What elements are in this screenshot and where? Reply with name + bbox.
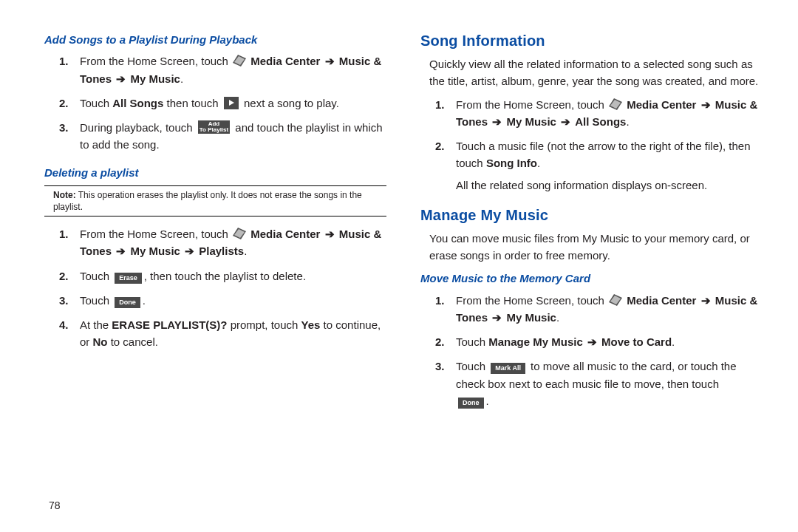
heading-song-information: Song Information	[420, 30, 763, 52]
text-bold: Manage My Music	[488, 335, 583, 348]
path-seg: Playlists	[199, 245, 244, 257]
text: Touch	[80, 270, 112, 282]
text: Touch	[456, 335, 488, 348]
mark-all-icon: Mark All	[491, 363, 525, 374]
path-seg: My Music	[130, 245, 180, 257]
text-bold: Song Info	[486, 157, 537, 169]
page-number: 78	[49, 498, 61, 514]
text-bold: Yes	[301, 318, 321, 331]
text: From the Home Screen, touch	[80, 55, 231, 67]
media-center-icon	[233, 55, 246, 66]
delete-playlist-steps: From the Home Screen, touch Media Center…	[44, 225, 386, 351]
song-info-steps: From the Home Screen, touch Media Center…	[420, 96, 763, 194]
list-item: From the Home Screen, touch Media Center…	[80, 225, 386, 260]
list-item: From the Home Screen, touch Media Center…	[456, 292, 763, 327]
list-item: Touch Mark All to move all music to the …	[456, 358, 763, 409]
text: From the Home Screen, touch	[456, 98, 607, 111]
manual-page: Add Songs to a Playlist During Playback …	[0, 0, 798, 434]
media-center-icon	[609, 98, 622, 110]
arrow-icon: ➔	[559, 115, 572, 128]
path-seg: Media Center	[250, 228, 320, 240]
arrow-icon: ➔	[115, 245, 127, 257]
list-item: From the Home Screen, touch Media Center…	[456, 96, 763, 131]
text: .	[672, 335, 675, 348]
add-songs-steps: From the Home Screen, touch Media Center…	[44, 52, 386, 153]
arrow-icon: ➔	[115, 72, 127, 85]
list-item: During playback, touch AddTo Playlist an…	[80, 119, 386, 154]
list-item: Touch Done.	[80, 292, 386, 309]
list-item: Touch Erase, then touch the playlist to …	[80, 267, 386, 284]
text: .	[537, 157, 540, 169]
arrow-icon: ➔	[700, 98, 712, 111]
list-item: From the Home Screen, touch Media Center…	[80, 52, 386, 87]
path-seg: My Music	[506, 311, 556, 324]
text-bold: No	[93, 335, 108, 348]
text: , then touch the playlist to delete.	[144, 270, 306, 282]
heading-add-songs: Add Songs to a Playlist During Playback	[44, 31, 386, 48]
done-icon: Done	[458, 398, 484, 409]
erase-icon: Erase	[115, 273, 142, 284]
text: Touch	[80, 294, 112, 307]
text: next a song to play.	[241, 97, 339, 109]
paragraph: You can move music files from My Music t…	[420, 230, 763, 265]
heading-move-music: Move Music to the Memory Card	[420, 270, 763, 287]
heading-manage-my-music: Manage My Music	[420, 204, 763, 227]
media-center-icon	[233, 228, 246, 239]
list-item: Touch All Songs then touch next a song t…	[80, 95, 386, 112]
right-column: Song Information Quickly view all the re…	[420, 30, 763, 420]
text: From the Home Screen, touch	[80, 228, 231, 240]
media-center-icon	[609, 294, 622, 306]
arrow-icon: ➔	[183, 245, 196, 257]
text-bold: All Songs	[112, 97, 163, 109]
text-bold: Move to Card	[601, 335, 672, 348]
note-text: This operation erases the playlist only.…	[53, 190, 362, 212]
path-seg: My Music	[506, 115, 556, 128]
text: From the Home Screen, touch	[456, 294, 607, 307]
text: Touch	[80, 97, 112, 109]
move-music-steps: From the Home Screen, touch Media Center…	[420, 292, 763, 410]
note-label: Note:	[53, 190, 76, 200]
path-seg: All Songs	[575, 115, 626, 128]
arrow-icon: ➔	[491, 115, 503, 128]
arrow-icon: ➔	[700, 294, 712, 307]
text: All the related song information display…	[456, 177, 763, 194]
text: Touch	[456, 360, 488, 372]
paragraph: Quickly view all the related information…	[420, 55, 763, 90]
add-to-playlist-icon: AddTo Playlist	[198, 120, 230, 134]
text: .	[143, 294, 146, 307]
list-item: Touch Manage My Music ➔ Move to Card.	[456, 333, 763, 350]
path-seg: Media Center	[250, 55, 320, 67]
text: then touch	[163, 97, 221, 109]
arrow-icon: ➔	[586, 335, 598, 348]
arrow-icon: ➔	[491, 311, 503, 324]
arrow-icon: ➔	[324, 228, 336, 240]
text: During playback, touch	[80, 121, 196, 134]
heading-deleting-playlist: Deleting a playlist	[44, 164, 386, 181]
path-seg: My Music	[130, 72, 180, 85]
list-item: Touch a music file (not the arrow to the…	[456, 137, 763, 194]
note-block: Note: This operation erases the playlist…	[44, 185, 386, 216]
text: to cancel.	[108, 335, 158, 348]
text-bold: ERASE PLAYLIST(S)?	[112, 318, 227, 331]
arrow-icon: ➔	[324, 55, 336, 67]
done-icon: Done	[115, 297, 140, 308]
left-column: Add Songs to a Playlist During Playback …	[44, 30, 386, 420]
path-seg: Media Center	[627, 98, 696, 111]
text: prompt, touch	[228, 318, 301, 331]
text: .	[486, 395, 489, 407]
path-seg: Media Center	[627, 294, 696, 307]
text: At the	[80, 318, 112, 331]
play-icon	[224, 97, 239, 109]
list-item: At the ERASE PLAYLIST(S)? prompt, touch …	[80, 316, 386, 351]
